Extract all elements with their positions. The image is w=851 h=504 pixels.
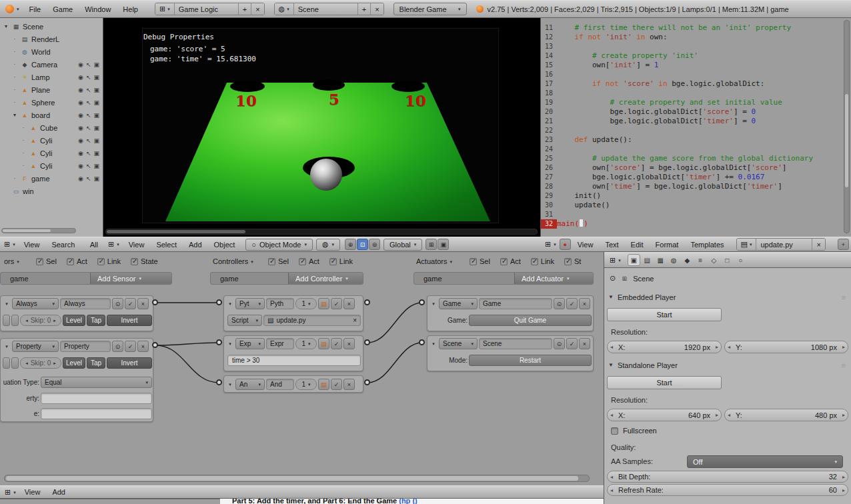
- state-index-field[interactable]: 1▾: [295, 379, 317, 390]
- scene-name[interactable]: Scene: [294, 3, 358, 15]
- collapse-icon[interactable]: ▾: [11, 112, 18, 118]
- text-editor-scrollbar[interactable]: [844, 20, 850, 233]
- hide-eye-icon[interactable]: ◉: [78, 163, 83, 169]
- pulse-true-button[interactable]: [3, 315, 10, 326]
- manipulator-translate-button[interactable]: ⊡: [357, 239, 368, 250]
- game-mode-dropdown[interactable]: Quit Game: [469, 315, 592, 326]
- hide-eye-icon[interactable]: ◉: [78, 137, 83, 144]
- pulse-false-button[interactable]: [11, 357, 19, 369]
- property-name-input[interactable]: [41, 393, 152, 404]
- scene-browse-button[interactable]: ◍▾: [275, 3, 294, 15]
- hide-eye-icon[interactable]: ◉: [78, 99, 83, 106]
- controller-active-checkbox[interactable]: ✓: [331, 298, 342, 309]
- code-line[interactable]: 29 init(): [541, 191, 851, 201]
- renderable-camera-icon[interactable]: ▣: [93, 163, 99, 169]
- property-value-input[interactable]: [41, 408, 152, 419]
- renderable-camera-icon[interactable]: ▣: [93, 137, 99, 144]
- text-menu-templates[interactable]: Templates: [684, 241, 730, 249]
- delete-scene-button[interactable]: ×: [371, 3, 383, 15]
- controller-output-socket[interactable]: [364, 299, 370, 305]
- tap-button[interactable]: Tap: [87, 357, 105, 369]
- selectable-arrow-icon[interactable]: ↖: [86, 74, 91, 81]
- actuator-active-checkbox[interactable]: ✓: [566, 298, 578, 309]
- outliner-item-camera[interactable]: ·◆Camera◉↖▣: [0, 58, 103, 71]
- render-opengl-button[interactable]: ▣: [438, 239, 449, 250]
- menu-file[interactable]: File: [23, 5, 47, 13]
- code-line[interactable]: 13: [541, 42, 851, 51]
- selectable-arrow-icon[interactable]: ↖: [86, 87, 91, 93]
- collapse-icon[interactable]: ▾: [3, 344, 11, 349]
- sensor-output-socket[interactable]: [152, 342, 158, 348]
- code-line[interactable]: 14 # create property 'init': [541, 51, 851, 61]
- controller-output-socket[interactable]: [364, 339, 370, 345]
- renderable-camera-icon[interactable]: ▣: [93, 61, 99, 68]
- text-browse-button[interactable]: ▤▾: [737, 239, 757, 250]
- selectable-arrow-icon[interactable]: ↖: [86, 61, 91, 68]
- shading-dropdown[interactable]: ◍▾: [316, 239, 340, 251]
- code-line[interactable]: 27 bge.logic.globalDict['timer'] += 0.01…: [541, 173, 851, 182]
- script-alert-button[interactable]: ●: [560, 239, 571, 250]
- priority-button[interactable]: ▤: [318, 338, 329, 349]
- add-layout-button[interactable]: +: [239, 3, 251, 15]
- webpage-link[interactable]: (hp (): [399, 499, 417, 504]
- standalone-player-panel-header[interactable]: ▼ Standalone Player ≡: [608, 361, 847, 369]
- renderable-camera-icon[interactable]: ▣: [93, 99, 99, 106]
- properties-tab-scene-icon[interactable]: ▦: [654, 254, 667, 266]
- sensor-output-socket[interactable]: [152, 299, 158, 305]
- pin-icon[interactable]: ⊙: [610, 274, 616, 283]
- increment-icon[interactable]: ▸: [842, 412, 845, 418]
- outliner-item-cyli[interactable]: ·▲Cyli◉↖▣: [0, 134, 103, 147]
- code-line[interactable]: 12 if not 'init' in own:: [541, 33, 851, 42]
- code-line[interactable]: 22: [541, 126, 851, 135]
- delete-layout-button[interactable]: ×: [251, 3, 263, 15]
- pulse-true-button[interactable]: [3, 357, 10, 369]
- increment-icon[interactable]: ▸: [842, 344, 845, 350]
- delete-actuator-button[interactable]: ×: [579, 298, 590, 309]
- controller-python[interactable]: ▾ Pyt▾ Pyth 1▾ ▤ ✓ × Script▾ ▤update.py×: [223, 295, 363, 331]
- collapse-icon[interactable]: ▾: [226, 382, 234, 387]
- decrement-icon[interactable]: ◂: [610, 344, 613, 350]
- editor-type-button[interactable]: ⊞▾: [2, 488, 19, 497]
- controllers-toggle-act[interactable]: Act: [299, 257, 319, 265]
- controller-input-socket[interactable]: [216, 339, 222, 345]
- standalone-resolution-y-field[interactable]: ◂ Y: 480 px ▸: [724, 409, 848, 421]
- code-line[interactable]: 20 bge.logic.globalDict['score'] = 0: [541, 107, 851, 117]
- outliner-item-cube[interactable]: ·▲Cube◉↖▣: [0, 121, 103, 134]
- properties-tab-render-icon[interactable]: ▣: [628, 254, 640, 266]
- invert-button[interactable]: Invert: [107, 315, 152, 326]
- editor-type-button[interactable]: ⊞▾: [105, 240, 122, 249]
- outliner-filter-dropdown[interactable]: All: [87, 241, 102, 249]
- outliner-item-renderl[interactable]: ·▤RenderL: [0, 33, 103, 45]
- sensors-toggle-link[interactable]: Link: [97, 257, 121, 265]
- collapse-icon[interactable]: ▾: [226, 341, 234, 347]
- code-line[interactable]: 32main(): [541, 219, 851, 229]
- code-line[interactable]: 16: [541, 70, 851, 79]
- actuators-toggle-act[interactable]: Act: [500, 257, 521, 265]
- actuator-active-checkbox[interactable]: ✓: [566, 338, 578, 349]
- render-engine-dropdown[interactable]: Blender Game▾: [393, 3, 467, 15]
- sensor-active-checkbox[interactable]: ✓: [125, 298, 136, 309]
- controller-type-dropdown[interactable]: Exp▾: [235, 338, 265, 349]
- sensors-filter-dropdown[interactable]: ors▾: [1, 257, 22, 265]
- code-line[interactable]: 18: [541, 89, 851, 98]
- sensor-active-checkbox[interactable]: ✓: [125, 341, 136, 352]
- properties-tab-render-layers-icon[interactable]: ▤: [641, 254, 654, 266]
- sensor-always[interactable]: ▾ Always▾ Always ⊙ ✓ × ◂Skip: 0▸ Level T…: [0, 295, 153, 331]
- hide-eye-icon[interactable]: ◉: [78, 150, 83, 157]
- scene-mode-dropdown[interactable]: Restart: [469, 355, 592, 366]
- sensors-toggle-sel[interactable]: Sel: [36, 257, 57, 265]
- script-mode-dropdown[interactable]: Script▾: [227, 315, 262, 326]
- decrement-icon[interactable]: ◂: [728, 412, 730, 418]
- code-line[interactable]: 26 own['score'] = bge.logic.globalDict['…: [541, 163, 851, 173]
- outliner-item-board[interactable]: ▾▲board◉↖▣: [0, 109, 103, 121]
- code-line[interactable]: 30 update(): [541, 201, 851, 210]
- manipulator-rotate-button[interactable]: ⊚: [369, 239, 380, 250]
- properties-tab-physics-icon[interactable]: ○: [734, 254, 747, 266]
- outliner-item-scene[interactable]: ▾▦Scene: [0, 20, 103, 33]
- renderable-camera-icon[interactable]: ▣: [93, 112, 99, 119]
- controller-output-socket[interactable]: [364, 379, 370, 385]
- level-button[interactable]: Level: [63, 357, 85, 369]
- controller-name-field[interactable]: And: [266, 379, 294, 390]
- priority-button[interactable]: ▤: [318, 379, 329, 390]
- scrollbar-thumb[interactable]: [845, 94, 848, 187]
